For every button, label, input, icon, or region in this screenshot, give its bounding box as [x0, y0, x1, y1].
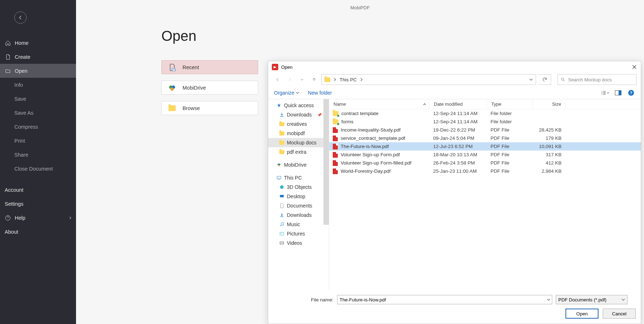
tree-item-creatives[interactable]: creatives: [268, 119, 329, 129]
open-button[interactable]: Open: [565, 309, 598, 319]
sidebar-item-help[interactable]: Help: [0, 211, 76, 225]
file-size: [533, 109, 565, 118]
tree-item-label: Pictures: [287, 231, 305, 237]
file-type: PDF File: [487, 142, 533, 151]
pin-icon: 📌: [317, 113, 322, 117]
nav-back-button[interactable]: [273, 75, 283, 85]
search-box[interactable]: [558, 74, 636, 85]
preview-pane-button[interactable]: [614, 89, 622, 97]
sidebar-item-save-as[interactable]: Save As: [0, 106, 76, 120]
source-browse[interactable]: Browse: [161, 101, 258, 115]
file-name: forms: [341, 119, 354, 124]
sidebar-item-account[interactable]: Account: [0, 183, 76, 197]
organize-menu[interactable]: Organize: [274, 90, 299, 96]
sidebar-item-create[interactable]: Create: [0, 50, 76, 64]
search-input[interactable]: [568, 77, 633, 82]
tree-item-downloads[interactable]: Downloads: [268, 210, 329, 220]
header-type[interactable]: Type: [487, 99, 533, 109]
sidebar-item-close-document[interactable]: Close Document: [0, 162, 76, 176]
sidebar-item-print[interactable]: Print: [0, 134, 76, 148]
help-button[interactable]: ?: [627, 89, 635, 97]
scrollbar[interactable]: [323, 99, 329, 225]
tree-item-downloads[interactable]: Downloads📌: [268, 110, 329, 119]
new-folder-button[interactable]: New folder: [308, 90, 332, 96]
nav-history-dropdown[interactable]: [297, 75, 307, 85]
chevron-down-icon[interactable]: [529, 78, 533, 81]
tree-item-quick-access[interactable]: Quick access: [268, 101, 329, 110]
sidebar-item-label: Save As: [14, 110, 33, 116]
file-row[interactable]: Income-Inequality-Study.pdf19-Dec-22 6:2…: [329, 126, 641, 134]
tree-item-pdf-extra[interactable]: pdf extra: [268, 147, 329, 157]
file-name: service_contract_template.pdf: [341, 135, 405, 141]
header-date[interactable]: Date modified: [430, 99, 487, 109]
source-label: MobiDrive: [183, 85, 206, 91]
nav-up-button[interactable]: [309, 75, 319, 85]
tree-item-3d-objects[interactable]: 3D Objects: [268, 182, 329, 192]
gf-icon: [279, 130, 285, 136]
view-mode-button[interactable]: [601, 89, 609, 97]
file-row[interactable]: The-Future-is-Now.pdf12-Jul-23 6:52 PMPD…: [329, 142, 641, 151]
dl-icon: [279, 212, 285, 218]
sidebar-item-compress[interactable]: Compress: [0, 120, 76, 134]
tree-item-documents[interactable]: Documents: [268, 201, 329, 210]
file-row[interactable]: contract template12-Sep-24 11:14 AMFile …: [329, 109, 641, 118]
folder-icon: [333, 111, 338, 116]
filetype-dropdown[interactable]: PDF Documents (*.pdf): [556, 295, 628, 304]
source-recent[interactable]: Recent: [161, 60, 258, 74]
file-type: PDF File: [487, 134, 533, 142]
sidebar-item-label: Open: [15, 68, 27, 74]
breadcrumb-segment[interactable]: This PC: [340, 77, 357, 82]
vid-icon: [279, 240, 285, 246]
dialog-footer: File name: PDF Documents (*.pdf) Open Ca…: [268, 290, 641, 324]
tree-item-videos[interactable]: Videos: [268, 238, 329, 248]
tree-item-label: Documents: [287, 203, 312, 209]
tree-item-mobidrive[interactable]: MobiDrive: [268, 160, 329, 170]
sidebar-item-info[interactable]: Info: [0, 78, 76, 92]
header-size[interactable]: Size: [533, 99, 565, 109]
svg-point-16: [283, 225, 283, 225]
sidebar-item-about[interactable]: About: [0, 225, 76, 239]
tree-item-pictures[interactable]: Pictures: [268, 229, 329, 238]
svg-rect-13: [277, 176, 281, 179]
tree-item-label: MobiDrive: [284, 162, 307, 168]
file-date: 18-Mar-20 10:13 AM: [430, 151, 487, 159]
sidebar-item-save[interactable]: Save: [0, 92, 76, 106]
close-button[interactable]: [630, 63, 639, 71]
source-label: Browse: [183, 105, 200, 111]
file-row[interactable]: World-Forestry-Day.pdf25-Jan-23 11:00 AM…: [329, 167, 641, 175]
chevron-down-icon[interactable]: [547, 298, 550, 301]
file-type: PDF File: [487, 151, 533, 159]
cancel-button[interactable]: Cancel: [603, 309, 636, 319]
svg-point-12: [278, 165, 280, 166]
tree-item-desktop[interactable]: Desktop: [268, 192, 329, 201]
tree-item-label: Downloads: [287, 112, 312, 118]
breadcrumb-bar[interactable]: This PC: [321, 74, 536, 85]
sidebar-item-share[interactable]: Share: [0, 148, 76, 162]
nav-forward-button[interactable]: [285, 75, 295, 85]
sidebar-item-home[interactable]: Home: [0, 36, 76, 50]
file-row[interactable]: forms12-Sep-24 11:14 AMFile folder: [329, 118, 641, 126]
arrow-left-icon: [18, 15, 23, 20]
tree-item-mockup-docs[interactable]: Mockup docs: [268, 138, 329, 147]
filename-input[interactable]: [340, 297, 550, 302]
file-row[interactable]: service_contract_template.pdf09-Jan-24 5…: [329, 134, 641, 142]
header-name[interactable]: Name: [329, 99, 430, 109]
tree-item-mobipdf[interactable]: mobipdf: [268, 129, 329, 138]
sidebar-item-label: Close Document: [14, 166, 53, 172]
tree-item-this-pc[interactable]: This PC: [268, 173, 329, 182]
pc-icon: [276, 175, 282, 181]
gf-icon: [279, 121, 285, 127]
sidebar-item-settings[interactable]: Settings: [0, 197, 76, 211]
tree-item-music[interactable]: Music: [268, 220, 329, 229]
file-row[interactable]: Volunteer Sign-up Form-filled.pdf26-Feb-…: [329, 159, 641, 167]
file-name: Volunteer Sign-up Form-filled.pdf: [341, 160, 411, 166]
tree-item-label: Downloads: [287, 212, 312, 218]
svg-rect-17: [280, 232, 284, 235]
file-row[interactable]: Volunteer Sign-up Form.pdf18-Mar-20 10:1…: [329, 151, 641, 159]
back-button[interactable]: [14, 11, 27, 24]
source-mobidrive[interactable]: MobiDrive: [161, 81, 258, 95]
filename-combobox[interactable]: [337, 295, 552, 304]
sidebar-item-open[interactable]: Open: [0, 64, 76, 78]
refresh-button[interactable]: [538, 74, 551, 85]
file-date: 12-Jul-23 6:52 PM: [430, 142, 487, 151]
